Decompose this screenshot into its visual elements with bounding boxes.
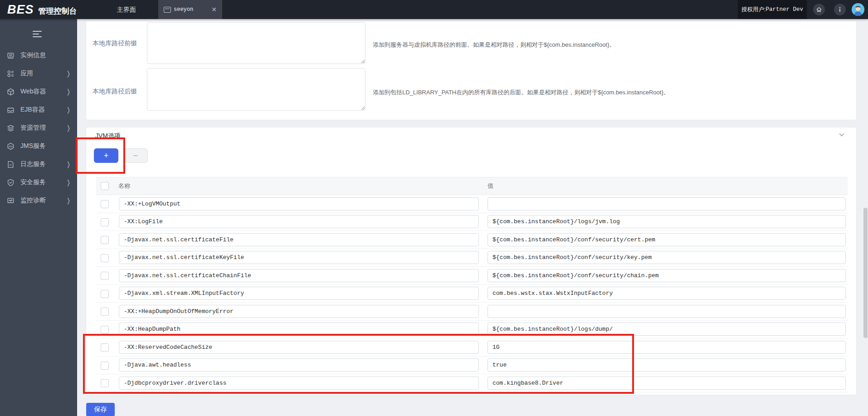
jvm-option-value-input[interactable] <box>488 377 846 390</box>
jvm-option-value-input[interactable] <box>488 197 846 210</box>
tab-seeyon[interactable]: seeyon ✕ <box>158 0 222 19</box>
jvm-option-name-input[interactable] <box>119 233 479 246</box>
save-button[interactable]: 保存 <box>86 403 115 416</box>
sidebar-item-2[interactable]: 应用❯ <box>0 64 77 83</box>
app-icon <box>7 70 15 78</box>
row-checkbox[interactable] <box>101 236 109 244</box>
row-checkbox[interactable] <box>101 362 109 370</box>
remove-jvm-option-button[interactable]: − <box>123 148 148 163</box>
jvm-option-name-input[interactable] <box>119 358 479 372</box>
chevron-right-icon: ❯ <box>67 197 70 205</box>
sidebar-item-8[interactable]: 安全服务❯ <box>0 173 77 191</box>
main-screen-menu[interactable]: 主界面 <box>117 0 136 19</box>
auth-user-name: Partner Dev <box>766 6 803 13</box>
jvm-option-name-input[interactable] <box>119 269 479 282</box>
info-icon[interactable] <box>834 4 846 15</box>
security-icon <box>7 179 15 186</box>
resource-icon <box>7 124 15 132</box>
window-icon <box>164 7 171 13</box>
row-checkbox[interactable] <box>101 272 109 280</box>
row-checkbox[interactable] <box>101 308 109 316</box>
sidebar-item-7[interactable]: 日志服务❯ <box>0 155 77 173</box>
monitor-icon <box>7 197 15 205</box>
jvm-option-value-input[interactable] <box>488 341 846 354</box>
chevron-right-icon: ❯ <box>67 106 70 114</box>
sidebar-item-label: 监控诊断 <box>20 196 46 205</box>
ejb-container-icon <box>7 106 15 114</box>
row-checkbox[interactable] <box>101 254 109 262</box>
table-header-row: 名称 值 <box>96 177 848 195</box>
jvm-option-row <box>96 267 848 285</box>
chevron-right-icon: ❯ <box>67 161 70 168</box>
native-lib-prefix-textarea[interactable] <box>147 22 366 64</box>
vertical-scrollbar-thumb[interactable] <box>863 208 868 338</box>
close-icon[interactable]: ✕ <box>211 6 217 13</box>
chevron-right-icon: ❯ <box>67 179 70 186</box>
sidebar-item-label: 安全服务 <box>20 178 46 186</box>
jvm-option-value-input[interactable] <box>488 358 846 372</box>
jvm-option-name-input[interactable] <box>119 215 479 228</box>
sidebar-item-label: 日志服务 <box>20 160 46 168</box>
bes-logo: BES 管理控制台 <box>7 0 77 19</box>
jvm-option-row <box>96 195 848 213</box>
home-icon[interactable] <box>813 4 825 15</box>
jvm-option-name-input[interactable] <box>119 323 479 336</box>
native-lib-suffix-textarea[interactable] <box>147 68 366 111</box>
jvm-option-value-input[interactable] <box>488 269 846 282</box>
row-checkbox[interactable] <box>101 343 109 352</box>
select-all-checkbox[interactable] <box>101 182 109 190</box>
row-checkbox[interactable] <box>101 290 109 298</box>
jvm-option-value-input[interactable] <box>488 215 846 228</box>
collapse-menu-icon[interactable] <box>33 31 42 37</box>
row-checkbox[interactable] <box>101 200 109 208</box>
sidebar-item-3[interactable]: Web容器❯ <box>0 83 77 101</box>
sidebar-item-label: 资源管理 <box>20 124 46 132</box>
web-container-icon <box>7 88 15 96</box>
jvm-option-value-input[interactable] <box>488 305 846 318</box>
jvm-options-table: 名称 值 <box>96 177 848 392</box>
chevron-down-icon[interactable] <box>839 133 844 137</box>
jvm-option-name-input[interactable] <box>119 305 479 318</box>
avatar[interactable] <box>852 3 864 16</box>
tab-label: seeyon <box>174 6 193 13</box>
jvm-option-row <box>96 303 848 321</box>
sidebar-item-label: JMS服务 <box>20 142 46 150</box>
row-checkbox[interactable] <box>101 379 109 387</box>
row-checkbox[interactable] <box>101 326 109 334</box>
jvm-options-card: JVM选项 + − 名称 值 <box>86 127 856 395</box>
column-header-name: 名称 <box>118 182 130 190</box>
native-library-path-card: 本地库路径前缀 添加到服务器与虚拟机库路径的前面。如果是相对路径，则相对于${c… <box>86 21 856 120</box>
sidebar-item-5[interactable]: 资源管理❯ <box>0 119 77 137</box>
chevron-right-icon: ❯ <box>67 88 70 96</box>
jvm-option-row <box>96 213 848 231</box>
jvm-option-name-input[interactable] <box>119 197 479 210</box>
jvm-option-name-input[interactable] <box>119 341 479 354</box>
main-content: 本地库路径前缀 添加到服务器与虚拟机库路径的前面。如果是相对路径，则相对于${c… <box>77 19 868 416</box>
jvm-option-row <box>96 374 848 392</box>
sidebar-item-4[interactable]: EJB容器❯ <box>0 101 77 119</box>
jvm-option-row <box>96 249 848 267</box>
instance-icon <box>7 52 15 59</box>
jvm-option-row <box>96 285 848 303</box>
jvm-option-name-input[interactable] <box>119 251 479 264</box>
jvm-option-value-input[interactable] <box>488 251 846 264</box>
jvm-option-name-input[interactable] <box>119 287 479 300</box>
chevron-right-icon: ❯ <box>67 124 70 132</box>
jvm-option-value-input[interactable] <box>488 323 846 336</box>
row-checkbox[interactable] <box>101 218 109 226</box>
logo-console-text: 管理控制台 <box>39 6 77 16</box>
sidebar-item-label: Web容器 <box>20 88 46 96</box>
add-jvm-option-button[interactable]: + <box>94 148 118 163</box>
sidebar-item-1[interactable]: 实例信息 <box>0 46 77 64</box>
native-lib-suffix-label: 本地库路径后缀 <box>93 88 137 96</box>
jms-icon: JMS <box>7 142 15 150</box>
sidebar-item-9[interactable]: 监控诊断❯ <box>0 191 77 210</box>
sidebar-item-6[interactable]: JMSJMS服务 <box>0 137 77 155</box>
sidebar-item-label: 应用 <box>20 69 33 78</box>
jvm-option-name-input[interactable] <box>119 377 479 390</box>
column-header-value: 值 <box>488 182 493 190</box>
svg-text:JMS: JMS <box>9 145 13 147</box>
jvm-option-value-input[interactable] <box>488 287 846 300</box>
jvm-option-value-input[interactable] <box>488 233 846 246</box>
jvm-option-row <box>96 357 848 375</box>
